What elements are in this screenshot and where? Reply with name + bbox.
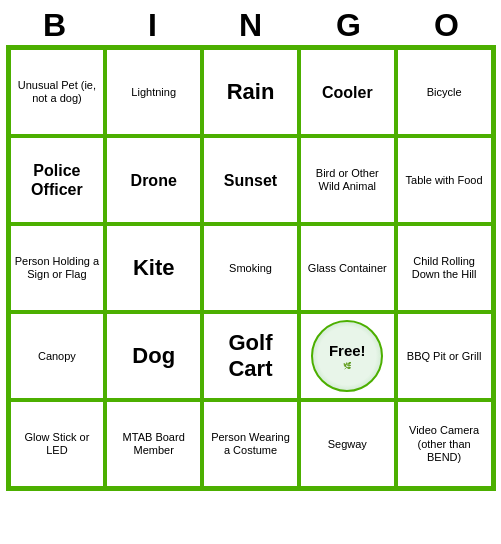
cell-text: Unusual Pet (ie, not a dog) (14, 79, 101, 105)
cell-text: MTAB Board Member (110, 431, 197, 457)
cell-text: Child Rolling Down the Hill (401, 255, 488, 281)
bingo-cell-15[interactable]: Canopy (9, 312, 106, 400)
bingo-cell-12[interactable]: Smoking (202, 224, 299, 312)
cell-text: Sunset (224, 171, 277, 190)
cell-text: Dog (132, 343, 175, 369)
bingo-cell-18[interactable]: Free!🌿 (299, 312, 396, 400)
bingo-cell-7[interactable]: Sunset (202, 136, 299, 224)
free-space-seal: Free!🌿 (311, 320, 383, 392)
bingo-cell-9[interactable]: Table with Food (396, 136, 493, 224)
cell-text: Segway (328, 438, 367, 451)
cell-text: Person Wearing a Costume (207, 431, 294, 457)
cell-text: Cooler (322, 83, 373, 102)
bingo-cell-11[interactable]: Kite (105, 224, 202, 312)
cell-text: Bicycle (427, 86, 462, 99)
bingo-cell-19[interactable]: BBQ Pit or Grill (396, 312, 493, 400)
bingo-cell-5[interactable]: Police Officer (9, 136, 106, 224)
bingo-cell-8[interactable]: Bird or Other Wild Animal (299, 136, 396, 224)
bingo-cell-2[interactable]: Rain (202, 48, 299, 136)
cell-text: Drone (131, 171, 177, 190)
bingo-cell-4[interactable]: Bicycle (396, 48, 493, 136)
bingo-cell-20[interactable]: Glow Stick or LED (9, 400, 106, 488)
bingo-cell-3[interactable]: Cooler (299, 48, 396, 136)
bingo-cell-17[interactable]: Golf Cart (202, 312, 299, 400)
bingo-header: BINGO (6, 6, 496, 45)
cell-text: BBQ Pit or Grill (407, 350, 482, 363)
bingo-cell-23[interactable]: Segway (299, 400, 396, 488)
cell-text: Table with Food (406, 174, 483, 187)
cell-text: Bird or Other Wild Animal (304, 167, 391, 193)
bingo-cell-16[interactable]: Dog (105, 312, 202, 400)
cell-text: Rain (227, 79, 275, 105)
bingo-card: BINGO Unusual Pet (ie, not a dog)Lightni… (6, 6, 496, 491)
cell-text: Lightning (131, 86, 176, 99)
bingo-cell-21[interactable]: MTAB Board Member (105, 400, 202, 488)
cell-text: Smoking (229, 262, 272, 275)
cell-text: Glass Container (308, 262, 387, 275)
header-letter: B (6, 6, 104, 45)
bingo-cell-10[interactable]: Person Holding a Sign or Flag (9, 224, 106, 312)
bingo-grid: Unusual Pet (ie, not a dog)LightningRain… (6, 45, 496, 491)
cell-text: Canopy (38, 350, 76, 363)
header-letter: N (202, 6, 300, 45)
header-letter: O (398, 6, 496, 45)
cell-text: Glow Stick or LED (14, 431, 101, 457)
cell-text: Golf Cart (207, 330, 294, 383)
cell-text: Police Officer (14, 161, 101, 199)
cell-text: Video Camera (other than BEND) (401, 424, 488, 464)
bingo-cell-1[interactable]: Lightning (105, 48, 202, 136)
bingo-cell-14[interactable]: Child Rolling Down the Hill (396, 224, 493, 312)
cell-text: Person Holding a Sign or Flag (14, 255, 101, 281)
header-letter: I (104, 6, 202, 45)
cell-text: Kite (133, 255, 175, 281)
bingo-cell-6[interactable]: Drone (105, 136, 202, 224)
bingo-cell-13[interactable]: Glass Container (299, 224, 396, 312)
bingo-cell-22[interactable]: Person Wearing a Costume (202, 400, 299, 488)
bingo-cell-0[interactable]: Unusual Pet (ie, not a dog) (9, 48, 106, 136)
header-letter: G (300, 6, 398, 45)
bingo-cell-24[interactable]: Video Camera (other than BEND) (396, 400, 493, 488)
